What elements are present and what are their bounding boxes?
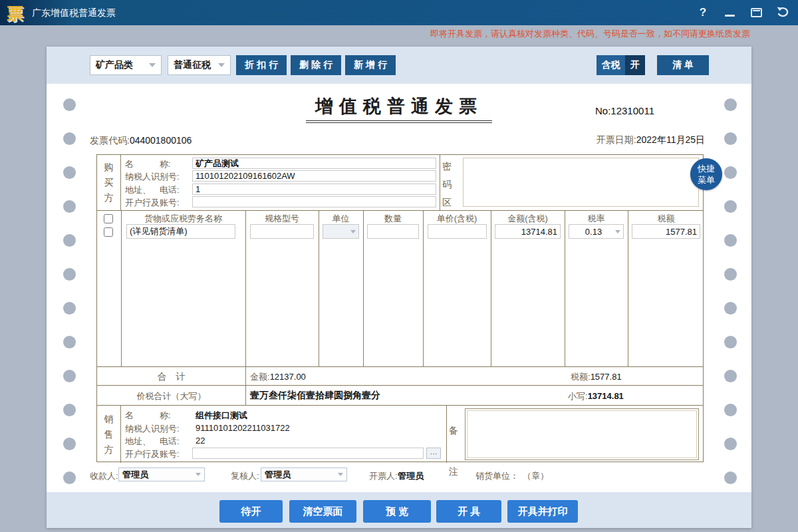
perforation-right bbox=[724, 98, 737, 484]
seller-bank-browse-button[interactable]: ··· bbox=[426, 448, 441, 459]
warning-banner: 即将开具发票，请认真核对发票种类、代码、号码是否一致，如不同请更换纸质发票 bbox=[430, 28, 750, 40]
totals-amount: 金额:12137.00 bbox=[250, 371, 306, 383]
reviewer-dropdown[interactable]: 管理员 bbox=[261, 467, 347, 481]
tax-included-toggle[interactable]: 含税 开 bbox=[597, 55, 645, 75]
buyer-bank-input[interactable] bbox=[192, 196, 436, 207]
main-panel: 矿产品类 普通征税 折 扣 行 删 除 行 新 增 行 含税 开 清 单 增值税… bbox=[47, 47, 751, 528]
perforation-hole bbox=[724, 302, 737, 315]
perforation-hole bbox=[724, 336, 737, 348]
item-name-input[interactable] bbox=[126, 224, 235, 239]
help-glyph: ? bbox=[700, 6, 706, 19]
col-header-tax: 税额 bbox=[628, 213, 704, 225]
invoice-code-line: 发票代码:044001800106 bbox=[90, 135, 192, 147]
remark-box[interactable] bbox=[465, 408, 699, 460]
delete-row-button[interactable]: 删 除 行 bbox=[291, 55, 341, 75]
perforation-hole bbox=[724, 132, 737, 145]
signer-row: 收款人: 管理员 复核人: 管理员 开票人: 管理员 销货单位： （章） bbox=[47, 467, 751, 482]
item-unit-select[interactable] bbox=[323, 224, 359, 239]
chevron-down-icon bbox=[350, 230, 356, 233]
buyer-taxid-label: 纳税人识别号: bbox=[125, 171, 180, 183]
invoice-number: No:12310011 bbox=[595, 105, 654, 116]
perforation-hole bbox=[63, 370, 76, 382]
divider bbox=[363, 211, 364, 366]
minimize-bar bbox=[725, 15, 735, 17]
seller-bank-label: 开户行及账号: bbox=[125, 448, 180, 460]
seller-taxid-label: 纳税人识别号: bbox=[125, 423, 180, 435]
add-row-button[interactable]: 新 增 行 bbox=[345, 55, 396, 75]
window-controls: ? bbox=[694, 0, 791, 25]
buyer-taxid-input[interactable] bbox=[192, 170, 436, 182]
chevron-down-icon bbox=[615, 230, 620, 233]
category-dropdown[interactable]: 矿产品类 bbox=[90, 55, 162, 75]
buyer-name-label: 名 称: bbox=[125, 158, 171, 170]
seller-name-label: 名 称: bbox=[125, 410, 171, 422]
seller-side-label: 销 售 方 bbox=[97, 406, 121, 463]
seller-bank-input[interactable] bbox=[192, 448, 424, 459]
row-checkbox-1[interactable] bbox=[104, 227, 113, 237]
divider bbox=[491, 211, 491, 366]
perforation-hole bbox=[724, 200, 737, 213]
perforation-hole bbox=[724, 404, 737, 416]
seller-taxid-value: 91110101202211031722 bbox=[196, 423, 290, 433]
restore-box bbox=[751, 8, 762, 17]
buyer-section: 购 买 方 名 称: 纳税人识别号: 地址、 电话: 开户行及账号: 密 码 区 bbox=[97, 155, 703, 210]
help-icon[interactable]: ? bbox=[694, 4, 712, 21]
item-qty-input[interactable] bbox=[367, 224, 419, 239]
password-area-box[interactable] bbox=[463, 158, 699, 207]
invoice-date-value: 2022年11月25日 bbox=[636, 134, 705, 145]
divider bbox=[319, 211, 319, 366]
perforation-hole bbox=[63, 336, 76, 348]
issue-button[interactable]: 开 具 bbox=[436, 500, 501, 523]
list-button[interactable]: 清 单 bbox=[657, 55, 709, 75]
buyer-address-label: 地址、 电话: bbox=[125, 184, 180, 196]
perforation-hole bbox=[724, 268, 737, 281]
col-header-price: 单价(含税) bbox=[423, 213, 491, 225]
perforation-hole bbox=[63, 234, 76, 247]
minimize-icon[interactable] bbox=[721, 4, 738, 21]
item-amount-input[interactable] bbox=[495, 224, 561, 239]
buyer-side-label: 购 买 方 bbox=[97, 155, 121, 210]
item-spec-input[interactable] bbox=[250, 224, 314, 239]
item-price-input[interactable] bbox=[428, 224, 487, 239]
seller-name-value: 组件接口测试 bbox=[196, 410, 247, 422]
totals-tax-value: 1577.81 bbox=[591, 372, 622, 382]
col-header-amount: 金额(含税) bbox=[491, 213, 565, 225]
seller-unit-label: 销货单位： bbox=[475, 470, 519, 482]
discount-row-button[interactable]: 折 扣 行 bbox=[236, 55, 287, 75]
divider bbox=[565, 211, 565, 366]
invoice-title: 增值税普通发票 bbox=[266, 94, 532, 118]
divider bbox=[245, 367, 246, 385]
quick-menu-button[interactable]: 快捷 菜单 bbox=[690, 158, 722, 190]
preview-button[interactable]: 预 览 bbox=[363, 500, 431, 523]
perforation-hole bbox=[63, 166, 76, 179]
clear-form-button[interactable]: 清空票面 bbox=[289, 500, 356, 523]
row-checkbox-header[interactable] bbox=[104, 214, 113, 223]
buyer-name-input[interactable] bbox=[192, 158, 436, 169]
col-header-qty: 数量 bbox=[363, 213, 423, 225]
app-logo-icon: 票 bbox=[7, 3, 23, 25]
perforation-hole bbox=[63, 438, 76, 450]
item-tax-input[interactable] bbox=[632, 224, 700, 239]
chevron-down-icon bbox=[149, 63, 156, 67]
divider bbox=[245, 386, 246, 405]
payee-dropdown[interactable]: 管理员 bbox=[118, 467, 205, 481]
buyer-bank-label: 开户行及账号: bbox=[125, 197, 180, 209]
totals-tax-label: 税额: bbox=[571, 372, 591, 382]
pending-button[interactable]: 待开 bbox=[219, 500, 283, 523]
buyer-address-input[interactable] bbox=[192, 184, 436, 195]
items-table: 货物或应税劳务名称 规格型号 单位 数量 单价(含税) 金额(含税) 税率 税额 bbox=[97, 210, 703, 366]
restore-window-icon[interactable] bbox=[747, 4, 765, 21]
back-undo-icon[interactable] bbox=[774, 4, 791, 21]
item-taxrate-select[interactable]: 0.13 bbox=[569, 224, 624, 239]
tax-mode-dropdown[interactable]: 普通征税 bbox=[168, 55, 231, 75]
invoice-title-block: 增值税普通发票 bbox=[266, 94, 532, 123]
totals-tax: 税额:1577.81 bbox=[571, 371, 622, 383]
seller-address-label: 地址、 电话: bbox=[125, 436, 180, 448]
perforation-hole bbox=[63, 302, 76, 315]
issue-and-print-button[interactable]: 开具并打印 bbox=[507, 500, 578, 523]
totals-amount-label: 金额: bbox=[250, 372, 270, 382]
reviewer-label: 复核人: bbox=[231, 470, 259, 482]
titlebar: 票 广东增值税普通发票 ? bbox=[0, 0, 798, 25]
perforation-hole bbox=[63, 200, 76, 213]
invoice-code-value: 044001800106 bbox=[130, 135, 192, 146]
